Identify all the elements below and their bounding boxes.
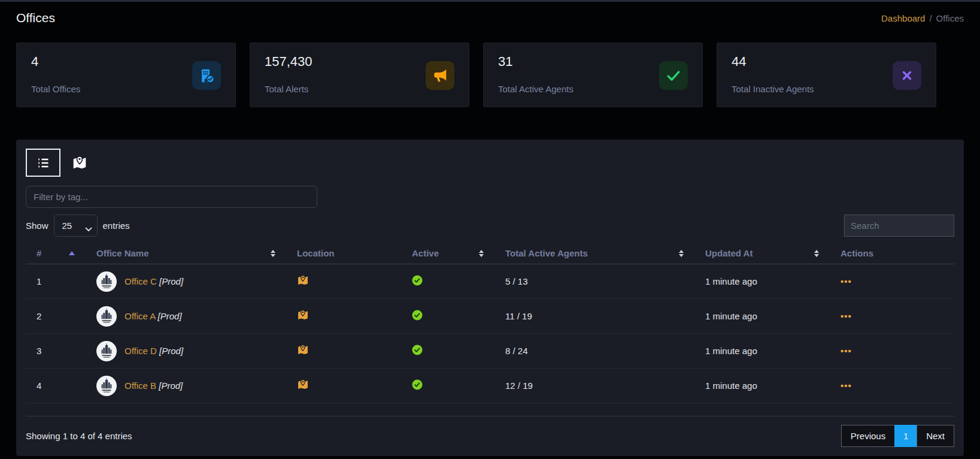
agents-count: 5 / 13	[494, 264, 694, 299]
office-logo-avatar	[96, 376, 117, 396]
row-index: 2	[26, 299, 86, 334]
column-header-location[interactable]: Location	[286, 244, 401, 264]
stat-card-total-alerts: 157,430 Total Alerts	[250, 43, 469, 107]
map-view-button[interactable]	[62, 149, 97, 177]
column-header-active[interactable]: Active	[401, 244, 494, 264]
office-logo-avatar	[96, 341, 117, 361]
updated-at: 1 minute ago	[694, 369, 830, 403]
pagination: Previous 1 Next	[841, 425, 954, 447]
row-actions-menu[interactable]: •••	[841, 276, 852, 286]
map-pin-icon[interactable]	[297, 379, 309, 391]
breadcrumb-dashboard-link[interactable]: Dashboard	[881, 13, 925, 23]
table-footer: Showing 1 to 4 of 4 entries Previous 1 N…	[26, 416, 954, 447]
table-row: 3 Office D [Prod]	[26, 334, 954, 369]
active-status-icon	[412, 310, 423, 321]
view-toggles	[26, 149, 954, 177]
megaphone-icon	[426, 61, 454, 90]
office-name-link[interactable]: Office B	[125, 381, 156, 391]
row-index: 1	[26, 264, 86, 299]
office-logo-avatar	[96, 306, 117, 327]
map-pin-icon[interactable]	[297, 344, 309, 356]
filter-by-tag-input[interactable]	[26, 186, 317, 208]
table-row: 2 Office A [Prod]	[26, 299, 954, 334]
column-header-updated-at[interactable]: Updated At	[694, 244, 830, 264]
column-header-total-active-agents[interactable]: Total Active Agents	[494, 244, 694, 264]
entries-row: Show 25 entries	[26, 215, 954, 237]
table-row: 1 Office C [Prod]	[26, 264, 954, 299]
x-icon	[893, 61, 921, 90]
building-check-icon	[192, 61, 221, 90]
search-input[interactable]	[844, 215, 954, 237]
page-title: Offices	[16, 11, 55, 25]
page-size-select[interactable]: 25	[54, 215, 98, 237]
show-label: Show	[26, 221, 48, 231]
offices-table: # Office Name Location Active Total Acti…	[26, 244, 954, 403]
row-actions-menu[interactable]: •••	[841, 311, 852, 321]
stat-card-total-inactive-agents: 44 Total Inactive Agents	[717, 43, 936, 107]
sort-asc-icon	[69, 251, 75, 255]
sort-icons	[271, 250, 275, 257]
entries-label: entries	[103, 221, 130, 231]
row-actions-menu[interactable]: •••	[841, 381, 852, 391]
updated-at: 1 minute ago	[694, 264, 830, 299]
table-row: 4 Office B [Prod]	[26, 369, 954, 403]
next-page-button[interactable]: Next	[917, 425, 954, 447]
office-env-tag: [Prod]	[159, 346, 183, 356]
previous-page-button[interactable]: Previous	[841, 425, 895, 447]
stat-card-total-offices: 4 Total Offices	[16, 43, 236, 107]
office-logo-avatar	[96, 271, 117, 292]
sort-icons	[479, 250, 484, 257]
breadcrumb-current: Offices	[936, 13, 964, 23]
active-status-icon	[412, 379, 423, 390]
map-view-icon	[72, 155, 87, 171]
map-pin-icon[interactable]	[297, 309, 309, 321]
sort-icons	[814, 250, 819, 257]
row-index: 3	[26, 334, 86, 369]
updated-at: 1 minute ago	[694, 334, 830, 369]
list-view-icon	[36, 156, 50, 170]
row-actions-menu[interactable]: •••	[841, 346, 852, 356]
office-name-link[interactable]: Office D	[125, 346, 157, 356]
office-env-tag: [Prod]	[158, 311, 182, 321]
check-icon	[659, 61, 688, 90]
updated-at: 1 minute ago	[694, 299, 830, 334]
map-pin-icon[interactable]	[297, 274, 309, 286]
office-name-link[interactable]: Office C	[125, 276, 157, 286]
active-status-icon	[412, 345, 423, 355]
page-size-control: Show 25 entries	[26, 215, 130, 237]
offices-panel: Show 25 entries # Office Name	[16, 140, 964, 456]
column-header-actions: Actions	[830, 244, 954, 264]
page-header: Offices Dashboard / Offices	[0, 2, 980, 34]
breadcrumb-separator: /	[929, 13, 932, 23]
column-header-office-name[interactable]: Office Name	[86, 244, 286, 264]
office-env-tag: [Prod]	[159, 276, 183, 286]
row-index: 4	[26, 369, 86, 403]
sort-icons	[679, 250, 684, 257]
entries-summary: Showing 1 to 4 of 4 entries	[26, 431, 132, 441]
agents-count: 11 / 19	[494, 299, 694, 334]
agents-count: 8 / 24	[494, 334, 694, 369]
office-env-tag: [Prod]	[159, 381, 183, 391]
table-header-row: # Office Name Location Active Total Acti…	[26, 244, 954, 264]
list-view-button[interactable]	[26, 149, 60, 177]
agents-count: 12 / 19	[494, 369, 694, 403]
column-header-index[interactable]: #	[26, 244, 86, 264]
page-1-button[interactable]: 1	[894, 425, 917, 447]
active-status-icon	[412, 275, 423, 286]
breadcrumb: Dashboard / Offices	[881, 13, 964, 23]
office-name-link[interactable]: Office A	[125, 311, 155, 321]
stats-row: 4 Total Offices 157,430 Total Alerts 31 …	[0, 34, 980, 107]
stat-card-total-active-agents: 31 Total Active Agents	[483, 43, 703, 107]
